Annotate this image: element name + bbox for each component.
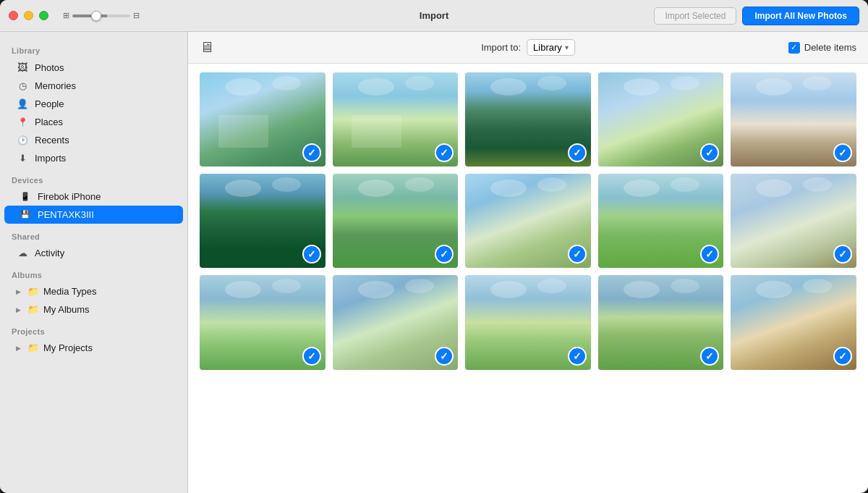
photo-select-check[interactable]: ✓ bbox=[568, 143, 587, 162]
photo-thumbnail[interactable]: ✓ bbox=[333, 72, 459, 167]
svg-point-3 bbox=[405, 76, 434, 90]
photo-thumbnail[interactable]: ✓ bbox=[731, 72, 856, 167]
sidebar-item-people[interactable]: 👤 People bbox=[4, 95, 183, 113]
photo-select-check[interactable]: ✓ bbox=[302, 347, 321, 366]
photo-select-check[interactable]: ✓ bbox=[833, 347, 852, 366]
sidebar-item-photos[interactable]: 🖼 Photos bbox=[4, 58, 183, 77]
sidebar: Library 🖼 Photos ◷ Memories 👤 People 📍 P… bbox=[0, 32, 188, 493]
recents-icon: 🕑 bbox=[16, 135, 29, 146]
svg-point-5 bbox=[537, 76, 566, 90]
import-all-button[interactable]: Import All New Photos bbox=[742, 7, 859, 25]
device-phone-icon: 📱 bbox=[20, 192, 29, 201]
folder-icon: 📁 bbox=[27, 304, 39, 315]
svg-point-22 bbox=[358, 281, 394, 298]
sidebar-item-label: Recents bbox=[35, 135, 69, 146]
titlebar-actions: Import Selected Import All New Photos bbox=[654, 7, 859, 25]
photo-select-check[interactable]: ✓ bbox=[435, 347, 454, 366]
sidebar-item-label: Photos bbox=[35, 62, 64, 73]
sidebar-item-label: My Albums bbox=[43, 304, 90, 315]
sidebar-item-label: Memories bbox=[35, 80, 76, 91]
sidebar-item-label: Media Types bbox=[43, 286, 96, 297]
svg-point-16 bbox=[624, 180, 660, 197]
activity-icon: ☁ bbox=[16, 248, 29, 258]
minimize-button[interactable] bbox=[24, 11, 33, 20]
sidebar-item-recents[interactable]: 🕑 Recents bbox=[4, 131, 183, 149]
photo-thumbnail[interactable]: ✓ bbox=[465, 72, 591, 167]
main-window: ⊞ ⊟ Import Import Selected Import All Ne… bbox=[0, 0, 868, 493]
sidebar-item-label: Activity bbox=[35, 248, 64, 258]
svg-point-26 bbox=[624, 281, 660, 298]
delete-items-label: Delete items bbox=[804, 42, 856, 53]
sidebar-item-label: My Projects bbox=[43, 342, 93, 353]
close-button[interactable] bbox=[9, 11, 18, 20]
library-dropdown-value: Library bbox=[533, 42, 562, 53]
projects-section-label: Projects bbox=[0, 319, 187, 339]
photos-icon: 🖼 bbox=[16, 62, 29, 73]
photo-thumbnail[interactable]: ✓ bbox=[333, 174, 459, 268]
expand-icon: ▶ bbox=[16, 306, 23, 313]
sidebar-item-places[interactable]: 📍 Places bbox=[4, 113, 183, 131]
svg-point-15 bbox=[537, 177, 566, 192]
svg-point-18 bbox=[756, 180, 792, 197]
maximize-button[interactable] bbox=[39, 11, 48, 20]
svg-point-0 bbox=[225, 78, 261, 96]
delete-items-group: ✓ Delete items bbox=[788, 42, 856, 54]
dropdown-arrow-icon: ▾ bbox=[565, 43, 569, 51]
photo-thumbnail[interactable]: ✓ bbox=[200, 275, 326, 369]
expand-icon: ▶ bbox=[16, 345, 23, 352]
svg-point-7 bbox=[671, 76, 699, 90]
photo-select-check[interactable]: ✓ bbox=[302, 245, 321, 264]
photo-select-check[interactable]: ✓ bbox=[568, 347, 587, 366]
import-selected-button[interactable]: Import Selected bbox=[654, 7, 736, 25]
svg-point-21 bbox=[272, 279, 301, 293]
photo-thumbnail[interactable]: ✓ bbox=[333, 275, 459, 369]
svg-point-12 bbox=[358, 180, 394, 197]
svg-point-14 bbox=[490, 180, 527, 197]
delete-items-checkbox[interactable]: ✓ bbox=[788, 42, 800, 54]
photo-select-check[interactable]: ✓ bbox=[700, 347, 719, 366]
sidebar-item-label: PENTAXK3III bbox=[38, 209, 94, 220]
photo-thumbnail[interactable]: ✓ bbox=[731, 275, 856, 369]
photo-thumbnail[interactable]: ✓ bbox=[465, 275, 591, 369]
photo-thumbnail[interactable]: ✓ bbox=[465, 174, 591, 268]
sidebar-item-imports[interactable]: ⬇ Imports bbox=[4, 149, 183, 167]
svg-point-24 bbox=[490, 281, 527, 298]
sidebar-item-firebok[interactable]: 📱 Firebok iPhone bbox=[4, 187, 183, 206]
svg-point-6 bbox=[624, 78, 660, 96]
photo-thumbnail[interactable]: ✓ bbox=[200, 72, 326, 167]
photo-thumbnail[interactable]: ✓ bbox=[598, 72, 724, 167]
main-area: Library 🖼 Photos ◷ Memories 👤 People 📍 P… bbox=[0, 32, 868, 493]
people-icon: 👤 bbox=[16, 98, 29, 109]
svg-point-28 bbox=[756, 281, 792, 298]
svg-point-10 bbox=[225, 180, 261, 197]
memories-icon: ◷ bbox=[16, 80, 29, 91]
svg-point-13 bbox=[405, 177, 434, 192]
library-dropdown[interactable]: Library ▾ bbox=[527, 39, 575, 56]
photo-thumbnail[interactable]: ✓ bbox=[200, 174, 326, 268]
svg-point-20 bbox=[225, 281, 261, 298]
thumbnail-size-slider[interactable] bbox=[72, 14, 130, 17]
photo-thumbnail[interactable]: ✓ bbox=[598, 174, 724, 268]
photo-thumbnail[interactable]: ✓ bbox=[598, 275, 724, 369]
device-camera-icon: 💾 bbox=[20, 210, 29, 219]
sidebar-item-media-types[interactable]: ▶ 📁 Media Types bbox=[4, 282, 183, 300]
svg-point-27 bbox=[671, 279, 699, 293]
svg-point-9 bbox=[803, 76, 832, 90]
import-to-group: Import to: Library ▾ bbox=[481, 39, 575, 56]
window-title: Import bbox=[420, 10, 448, 21]
folder-icon: 📁 bbox=[27, 342, 39, 353]
photo-grid: ✓✓✓✓✓✓✓✓✓✓✓✓✓✓✓ bbox=[188, 64, 868, 493]
svg-point-19 bbox=[803, 177, 832, 192]
grid-large-icon: ⊟ bbox=[133, 11, 140, 20]
photo-select-check[interactable]: ✓ bbox=[302, 143, 321, 162]
sidebar-item-my-albums[interactable]: ▶ 📁 My Albums bbox=[4, 300, 183, 319]
sidebar-item-pentax[interactable]: 💾 PENTAXK3III bbox=[4, 206, 183, 224]
sidebar-item-activity[interactable]: ☁ Activity bbox=[4, 244, 183, 262]
import-to-label: Import to: bbox=[481, 42, 521, 53]
sidebar-item-memories[interactable]: ◷ Memories bbox=[4, 77, 183, 95]
sidebar-item-label: Imports bbox=[35, 153, 66, 164]
expand-icon: ▶ bbox=[16, 288, 23, 295]
shared-section-label: Shared bbox=[0, 224, 187, 244]
photo-thumbnail[interactable]: ✓ bbox=[731, 174, 856, 268]
sidebar-item-my-projects[interactable]: ▶ 📁 My Projects bbox=[4, 339, 183, 357]
